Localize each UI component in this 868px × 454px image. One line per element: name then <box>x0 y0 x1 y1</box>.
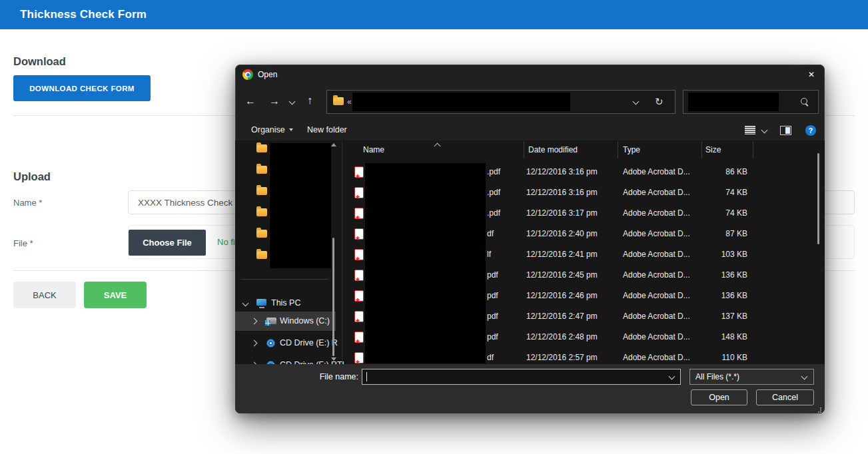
column-header-size[interactable]: Size <box>702 141 753 158</box>
redacted-search-text <box>688 93 779 111</box>
file-date-modified: 12/12/2016 2:48 pm <box>526 327 598 347</box>
file-size: 87 KB <box>702 224 747 244</box>
file-date-modified: 12/12/2016 2:47 pm <box>526 306 598 327</box>
file-type: Adobe Acrobat D... <box>623 327 690 347</box>
file-size: 110 KB <box>702 347 747 364</box>
organise-label: Organise <box>251 125 285 134</box>
file-name-suffix: .pdf <box>487 203 500 224</box>
file-name-suffix: pdf <box>487 327 498 347</box>
recent-locations-chevron-icon[interactable] <box>289 99 296 105</box>
sidebar-item-cd-drive-e-r[interactable]: CD Drive (E:) R <box>235 334 336 353</box>
file-name-suffix: .pdf <box>487 162 500 182</box>
file-date-modified: 12/12/2016 2:40 pm <box>526 224 598 244</box>
address-dropdown-chevron-icon[interactable] <box>633 99 640 105</box>
file-field-label: File * <box>13 238 33 248</box>
help-icon[interactable]: ? <box>805 125 816 136</box>
pdf-file-icon <box>354 249 364 260</box>
close-icon[interactable]: ✕ <box>803 67 820 82</box>
redacted-folder-names <box>270 143 331 268</box>
back-nav-icon[interactable]: ← <box>245 96 256 107</box>
folder-icon[interactable] <box>256 208 267 216</box>
file-date-modified: 12/12/2016 2:57 pm <box>526 347 598 364</box>
refresh-icon[interactable]: ↻ <box>655 91 663 113</box>
expand-chevron-icon[interactable] <box>242 300 249 307</box>
details-view-icon[interactable] <box>745 126 755 134</box>
forward-nav-icon[interactable]: → <box>269 96 280 107</box>
file-type: Adobe Acrobat D... <box>623 182 690 203</box>
pdf-file-icon <box>354 311 364 322</box>
file-name-input[interactable] <box>362 369 681 385</box>
address-bar[interactable]: « ↻ <box>326 90 675 114</box>
file-type: Adobe Acrobat D... <box>623 347 690 364</box>
folder-icon <box>333 97 344 105</box>
new-folder-button[interactable]: New folder <box>307 125 347 134</box>
folder-icon[interactable] <box>256 166 267 174</box>
search-box[interactable] <box>683 90 819 114</box>
file-type-value: All Files (*.*) <box>695 372 739 381</box>
file-size: 136 KB <box>702 286 747 306</box>
tree-divider <box>240 279 328 280</box>
tree-scrollbar-thumb[interactable] <box>332 238 334 356</box>
view-options-chevron-icon[interactable] <box>761 127 768 134</box>
text-cursor <box>366 372 367 381</box>
drive-label: Windows (C:) <box>280 312 330 331</box>
file-date-modified: 12/12/2016 3:17 pm <box>526 203 598 224</box>
tree-scrollbar-up-icon[interactable] <box>331 143 336 146</box>
dialog-titlebar[interactable]: Open ✕ <box>235 65 825 85</box>
chrome-logo-icon <box>242 69 253 80</box>
file-size: 86 KB <box>702 162 747 182</box>
file-type: Adobe Acrobat D... <box>623 203 690 224</box>
redacted-path <box>352 93 570 111</box>
file-size: 148 KB <box>702 327 747 347</box>
open-button[interactable]: Open <box>691 389 747 405</box>
up-nav-icon[interactable]: ↑ <box>307 95 312 106</box>
file-date-modified: 12/12/2016 2:41 pm <box>526 244 598 265</box>
file-name-suffix: .pdf <box>487 182 500 203</box>
file-name-chevron-icon[interactable] <box>669 373 675 380</box>
tree-scrollbar-down-icon[interactable] <box>331 357 336 361</box>
organise-menu[interactable]: Organise <box>251 125 293 134</box>
column-header-name[interactable]: Name <box>342 141 524 158</box>
folder-icon[interactable] <box>256 251 267 259</box>
pdf-file-icon <box>354 208 364 219</box>
file-name-suffix: df <box>487 224 494 244</box>
list-scrollbar-thumb[interactable] <box>817 153 819 244</box>
column-header-type[interactable]: Type <box>618 141 702 158</box>
file-name-suffix: pdf <box>487 286 498 306</box>
download-heading: Download <box>13 55 66 68</box>
pdf-file-icon <box>354 352 364 363</box>
file-type: Adobe Acrobat D... <box>623 244 690 265</box>
file-name-suffix: pdf <box>487 306 498 327</box>
file-date-modified: 12/12/2016 3:16 pm <box>526 162 598 182</box>
save-button[interactable]: SAVE <box>84 282 147 308</box>
drive-label: CD Drive (E:) R <box>280 334 338 353</box>
back-button[interactable]: BACK <box>13 282 76 308</box>
dialog-title: Open <box>258 65 277 85</box>
file-size: 74 KB <box>702 203 747 224</box>
file-type: Adobe Acrobat D... <box>623 286 690 306</box>
pdf-file-icon <box>354 332 364 343</box>
choose-file-button[interactable]: Choose File <box>129 230 206 256</box>
file-type-select[interactable]: All Files (*.*) <box>689 369 814 385</box>
sidebar-item-windows-c[interactable]: Windows (C:) <box>235 312 336 331</box>
file-type: Adobe Acrobat D... <box>623 224 690 244</box>
folder-icon[interactable] <box>256 230 267 238</box>
expand-chevron-icon[interactable] <box>251 340 258 347</box>
cancel-button[interactable]: Cancel <box>756 389 814 405</box>
expand-chevron-icon[interactable] <box>251 318 258 325</box>
pdf-file-icon <box>354 270 364 281</box>
pdf-file-icon <box>354 228 364 240</box>
folder-icon[interactable] <box>256 144 267 152</box>
windows-drive-icon <box>266 318 276 324</box>
file-name-suffix: pdf <box>487 265 498 286</box>
file-name-suffix: lf <box>487 244 491 265</box>
resize-grip[interactable] <box>815 405 821 411</box>
file-size: 103 KB <box>702 244 747 265</box>
preview-pane-icon[interactable] <box>780 126 791 135</box>
column-header-date-modified[interactable]: Date modified <box>524 141 618 158</box>
download-check-form-button[interactable]: DOWNLOAD CHECK FORM <box>13 75 151 101</box>
file-date-modified: 12/12/2016 2:45 pm <box>526 265 598 286</box>
folder-icon[interactable] <box>256 187 267 195</box>
sidebar-item-this-pc[interactable]: This PC <box>235 294 336 313</box>
file-type-chevron-icon <box>801 373 808 380</box>
